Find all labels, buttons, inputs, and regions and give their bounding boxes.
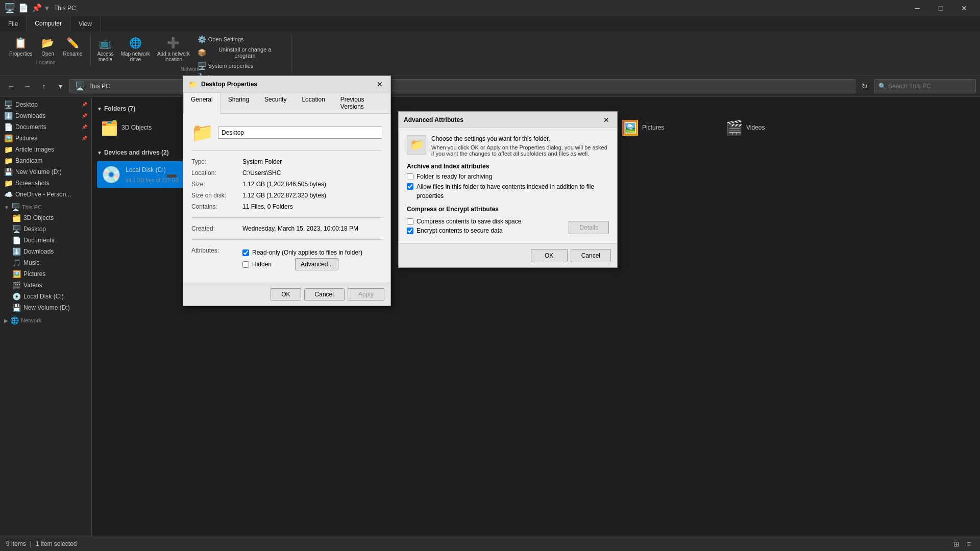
refresh-button[interactable]: ↻	[857, 79, 872, 93]
network-chevron: ▶	[4, 318, 8, 323]
properties-dialog-title: Desktop Properties	[201, 81, 257, 88]
screenshots-icon: 📁	[4, 179, 12, 187]
folder-name-input[interactable]	[218, 127, 382, 139]
folder-pictures-icon: 🖼️	[622, 119, 638, 136]
sidebar-item-local-disk-c[interactable]: 💿 Local Disk (C:)	[0, 291, 91, 302]
sidebar-item-videos[interactable]: 🎬 Videos	[0, 280, 91, 291]
sidebar-section-network[interactable]: ▶ 🌐 Network	[0, 313, 91, 325]
grid-view-button[interactable]: ⊞	[951, 539, 962, 549]
title-bar-controls: ─ □ ✕	[905, 0, 976, 16]
sidebar-item-downloads-this-pc[interactable]: ⬇️ Downloads	[0, 246, 91, 257]
local-disk-c-sidebar-icon: 💿	[12, 292, 20, 300]
type-row: Type: System Folder	[191, 156, 382, 167]
sidebar-item-screenshots[interactable]: 📁 Screenshots	[0, 178, 91, 189]
sidebar-item-documents[interactable]: 📄 Documents 📌	[0, 121, 91, 133]
sidebar-item-new-volume-this-pc[interactable]: 💾 New Volume (D:)	[0, 302, 91, 313]
search-input[interactable]	[888, 83, 971, 90]
encrypt-checkbox[interactable]	[407, 228, 413, 234]
size-label: Size:	[191, 181, 242, 188]
forward-button[interactable]: →	[20, 79, 35, 93]
devices-section-title: Devices and drives (2)	[104, 149, 169, 156]
access-media-button[interactable]: 📺 Accessmedia	[94, 34, 116, 65]
desktop-icon: 🖥️	[4, 101, 12, 109]
advanced-desc-icon: 📁	[407, 135, 426, 155]
maximize-button[interactable]: □	[929, 0, 952, 16]
hidden-label: Hidden	[252, 261, 272, 268]
search-icon: 🔍	[878, 83, 886, 90]
view-controls: ⊞ ≡	[951, 539, 974, 549]
indexing-checkbox[interactable]	[407, 183, 413, 190]
back-button[interactable]: ←	[4, 79, 18, 93]
properties-button[interactable]: 📋 Properties	[6, 34, 36, 59]
sidebar-item-downloads[interactable]: ⬇️ Downloads 📌	[0, 110, 91, 121]
minimize-button[interactable]: ─	[905, 0, 929, 16]
sidebar-section-this-pc[interactable]: ▼ 🖥️ This PC	[0, 200, 91, 212]
advanced-cancel-button[interactable]: Cancel	[571, 249, 611, 262]
properties-dialog-footer: OK Cancel Apply	[183, 283, 390, 306]
tab-location[interactable]: Location	[294, 92, 332, 114]
folder-archiving-row: Folder is ready for archiving	[407, 173, 609, 180]
up-button[interactable]: ↑	[37, 79, 51, 93]
properties-dialog: 📁 Desktop Properties ✕ General Sharing S…	[183, 76, 391, 306]
sidebar-item-3d-objects[interactable]: 🗂️ 3D Objects	[0, 212, 91, 223]
properties-icon: 📋	[14, 36, 28, 50]
uninstall-icon: 📦	[198, 48, 206, 57]
bandicam-icon: 📁	[4, 157, 12, 165]
sidebar-item-pictures[interactable]: 🖼️ Pictures 📌	[0, 133, 91, 144]
dialog-separator-1	[191, 151, 382, 151]
advanced-desc-text: Choose the settings you want for this fo…	[431, 135, 609, 157]
address-bar: ← → ↑ ▾ 🖥️ This PC ↻ 🔍	[0, 76, 980, 97]
ribbon-tab-file[interactable]: File	[0, 16, 27, 32]
advanced-button[interactable]: Advanced...	[295, 258, 338, 270]
folder-item-videos[interactable]: 🎬 Videos	[722, 117, 824, 138]
properties-dialog-close[interactable]: ✕	[374, 79, 385, 90]
properties-ok-button[interactable]: OK	[271, 288, 301, 300]
tab-sharing[interactable]: Sharing	[220, 92, 257, 114]
ribbon-tab-computer[interactable]: Computer	[27, 16, 70, 32]
properties-cancel-button[interactable]: Cancel	[304, 288, 345, 300]
folder-archiving-checkbox[interactable]	[407, 173, 413, 180]
ribbon: File Computer View 📋 Properties 📂 Open ✏…	[0, 16, 980, 76]
details-button[interactable]: Details	[569, 221, 609, 234]
list-view-button[interactable]: ≡	[964, 539, 974, 549]
sidebar-item-bandicam[interactable]: 📁 Bandicam	[0, 155, 91, 166]
sidebar-item-onedrive[interactable]: ☁️ OneDrive - Person...	[0, 189, 91, 200]
properties-apply-button[interactable]: Apply	[348, 288, 384, 300]
advanced-ok-button[interactable]: OK	[531, 249, 568, 262]
sidebar-item-desktop-this-pc[interactable]: 🖥️ Desktop	[0, 223, 91, 235]
tab-previous-versions[interactable]: Previous Versions	[333, 92, 390, 114]
advanced-dialog-close[interactable]: ✕	[601, 114, 612, 126]
sidebar-item-pictures-this-pc[interactable]: 🖼️ Pictures	[0, 268, 91, 280]
sidebar-item-new-volume-sidebar[interactable]: 💾 New Volume (D:)	[0, 166, 91, 178]
type-label: Type:	[191, 158, 242, 165]
music-icon: 🎵	[12, 259, 20, 267]
map-network-drive-button[interactable]: 🌐 Map networkdrive	[118, 34, 153, 65]
close-button[interactable]: ✕	[952, 0, 976, 16]
network-icon: 🌐	[10, 316, 19, 324]
sidebar-item-article-images[interactable]: 📁 Article Images	[0, 144, 91, 155]
open-button[interactable]: 📂 Open	[37, 34, 59, 59]
recent-button[interactable]: ▾	[53, 79, 67, 93]
folder-item-pictures[interactable]: 🖼️ Pictures	[618, 117, 720, 138]
attributes-row: Attributes: Read-only (Only applies to f…	[191, 245, 382, 274]
add-network-location-button[interactable]: ➕ Add a networklocation	[154, 34, 193, 65]
rename-button[interactable]: ✏️ Rename	[60, 34, 86, 59]
folder-3d-objects-icon: 🗂️	[101, 119, 117, 136]
created-value: Wednesday, March 15, 2023, 10:00:18 PM	[242, 225, 358, 232]
compress-label: Compress contents to save disk space	[416, 218, 521, 225]
uninstall-button[interactable]: 📦 Uninstall or change a program	[194, 45, 286, 60]
size-on-disk-row: Size on disk: 1.12 GB (1,202,872,320 byt…	[191, 190, 382, 201]
readonly-checkbox[interactable]	[242, 249, 249, 256]
sidebar-item-music[interactable]: 🎵 Music	[0, 257, 91, 268]
created-label: Created:	[191, 225, 242, 232]
compress-checkbox[interactable]	[407, 218, 413, 225]
size-on-disk-label: Size on disk:	[191, 192, 242, 199]
tab-security[interactable]: Security	[257, 92, 294, 114]
location-group-label: Location	[6, 59, 85, 66]
hidden-checkbox[interactable]	[242, 261, 249, 268]
open-settings-button[interactable]: ⚙️ Open Settings	[194, 34, 286, 45]
ribbon-tab-view[interactable]: View	[70, 16, 101, 32]
sidebar-item-documents-this-pc[interactable]: 📄 Documents	[0, 235, 91, 246]
tab-general[interactable]: General	[183, 92, 220, 114]
sidebar-item-desktop[interactable]: 🖥️ Desktop 📌	[0, 99, 91, 110]
